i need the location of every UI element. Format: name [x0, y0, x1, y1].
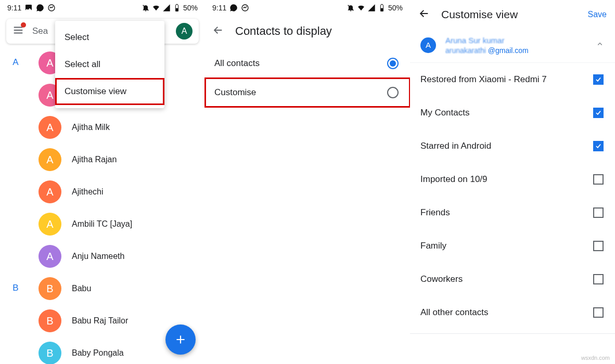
status-battery: 50% — [183, 4, 198, 12]
plus-icon — [174, 333, 187, 346]
group-row[interactable]: Restored from Xiaomi - Redmi 7 — [410, 63, 615, 96]
contact-item[interactable]: AAnju Nameeth — [31, 240, 205, 272]
add-contact-fab[interactable] — [165, 324, 196, 355]
watermark: wsxdn.com — [581, 355, 610, 361]
battery-icon — [173, 4, 181, 12]
account-row[interactable]: A Aruna Sur kumar arunakarathi @gmail.co… — [410, 29, 615, 62]
group-label: Starred in Android — [420, 141, 491, 151]
signal-icon — [367, 4, 376, 12]
menu-select[interactable]: Select — [55, 24, 164, 51]
option-all-contacts[interactable]: All contacts — [205, 49, 410, 78]
group-row[interactable]: Friends — [410, 196, 615, 229]
contact-avatar: B — [39, 342, 61, 364]
wifi-icon — [152, 4, 160, 12]
group-row[interactable]: Family — [410, 229, 615, 263]
option-label: All contacts — [214, 58, 260, 69]
contact-label: Ajithechi — [72, 187, 103, 197]
save-button[interactable]: Save — [588, 10, 607, 19]
section-letter-B: B — [0, 272, 31, 364]
image-icon — [24, 4, 33, 12]
dnd-icon — [347, 4, 355, 12]
group-label: All other contacts — [420, 307, 488, 318]
whatsapp-icon — [229, 4, 238, 12]
menu-customise-view[interactable]: Customise view — [55, 78, 164, 105]
radio-selected-icon — [387, 58, 399, 69]
checkbox-unchecked-icon[interactable] — [593, 307, 604, 318]
phone-contacts: 9:11 50% Sea A A AAAAjitha MilkAAjitha R… — [0, 0, 205, 364]
checkbox-unchecked-icon[interactable] — [593, 274, 604, 284]
back-icon[interactable] — [212, 24, 224, 38]
signal-icon — [162, 4, 171, 12]
phone-contacts-to-display: 9:11 50% Contacts to display All contact… — [205, 0, 410, 364]
chevron-up-icon — [595, 40, 605, 51]
account-name: Aruna Sur kumar — [445, 35, 529, 46]
contact-item[interactable]: AAjitha Milk — [31, 111, 205, 144]
contact-item[interactable]: BBabu — [31, 272, 205, 305]
account-avatar[interactable]: A — [176, 23, 193, 40]
back-icon[interactable] — [418, 8, 430, 21]
contact-avatar: A — [39, 148, 61, 171]
group-label: My Contacts — [420, 108, 469, 118]
menu-select-all[interactable]: Select all — [55, 51, 164, 78]
group-label: Family — [420, 241, 446, 251]
group-row[interactable]: My Contacts — [410, 96, 615, 129]
radio-unselected-icon — [387, 87, 399, 98]
checkbox-checked-icon[interactable] — [593, 108, 604, 118]
messenger-icon — [47, 4, 56, 12]
account-email: arunakarathi @gmail.com — [445, 46, 529, 55]
contact-item[interactable]: AAjitha Rajan — [31, 144, 205, 176]
status-bar: 9:11 50% — [0, 0, 205, 16]
search-placeholder: Sea — [32, 26, 48, 36]
group-label: Imported on 10/9 — [420, 174, 488, 185]
status-time: 9:11 — [212, 4, 226, 12]
svg-rect-5 — [381, 8, 383, 11]
contact-label: Anju Nameeth — [72, 252, 124, 261]
contact-label: Ajitha Milk — [72, 123, 110, 132]
contact-avatar: A — [39, 180, 61, 203]
status-time: 9:11 — [7, 4, 21, 12]
header: Contacts to display — [205, 16, 410, 47]
group-row[interactable]: Coworkers — [410, 263, 615, 296]
wifi-icon — [357, 4, 365, 12]
contact-avatar: A — [39, 245, 61, 268]
page-title: Contacts to display — [235, 24, 332, 38]
contact-item[interactable]: AAmbili TC [Jaya] — [31, 208, 205, 240]
option-customise[interactable]: Customise — [205, 78, 410, 107]
checkbox-checked-icon[interactable] — [593, 74, 604, 85]
page-title: Customise view — [441, 8, 576, 21]
status-battery: 50% — [388, 4, 403, 12]
checkbox-unchecked-icon[interactable] — [593, 207, 604, 218]
overflow-menu: Select Select all Customise view — [55, 21, 164, 108]
contact-item[interactable]: AAjithechi — [31, 176, 205, 208]
group-row[interactable]: Starred in Android — [410, 129, 615, 163]
svg-rect-2 — [176, 8, 178, 11]
display-options: All contacts Customise — [205, 49, 410, 107]
group-label: Coworkers — [420, 274, 463, 284]
checkbox-unchecked-icon[interactable] — [593, 241, 604, 251]
contact-label: Babu — [72, 284, 91, 293]
whatsapp-icon — [36, 4, 44, 12]
contact-label: Baby Pongala — [72, 348, 124, 358]
notification-dot — [21, 22, 26, 28]
option-label: Customise — [214, 87, 256, 98]
account-info: Aruna Sur kumar arunakarathi @gmail.com — [445, 35, 529, 55]
contact-avatar: A — [39, 116, 61, 139]
status-bar: 9:11 50% — [205, 0, 410, 16]
group-label: Restored from Xiaomi - Redmi 7 — [420, 74, 547, 85]
contact-avatar: B — [39, 309, 61, 332]
checkbox-unchecked-icon[interactable] — [593, 174, 604, 185]
contact-label: Ajitha Rajan — [72, 155, 117, 164]
checkbox-checked-icon[interactable] — [593, 141, 604, 151]
battery-icon — [378, 4, 386, 12]
section-letter-A: A — [0, 47, 31, 272]
contact-avatar: B — [39, 277, 61, 300]
contact-avatar: A — [39, 213, 61, 236]
group-list: Restored from Xiaomi - Redmi 7My Contact… — [410, 62, 615, 334]
group-row[interactable]: Imported on 10/9 — [410, 163, 615, 196]
menu-icon[interactable] — [12, 24, 24, 38]
messenger-icon — [241, 4, 249, 12]
group-row[interactable]: All other contacts — [410, 296, 615, 329]
account-avatar: A — [420, 37, 436, 53]
contact-label: Babu Raj Tailor — [72, 316, 128, 326]
group-label: Friends — [420, 207, 450, 218]
